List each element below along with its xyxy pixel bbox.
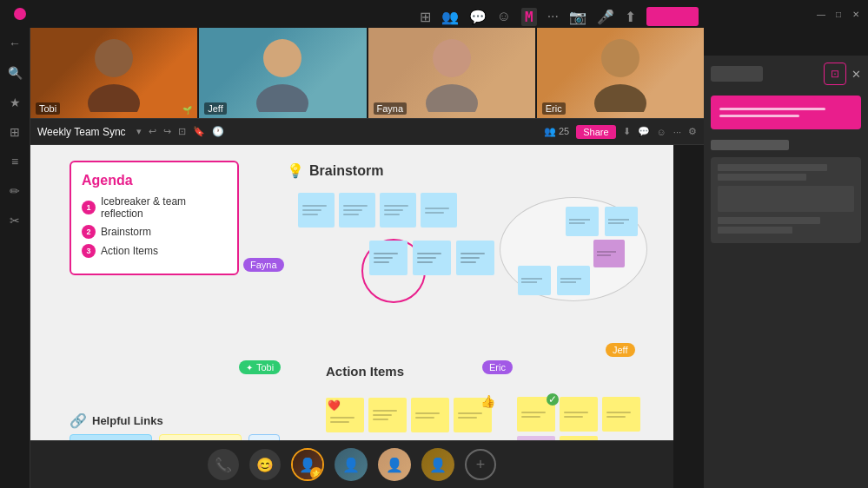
cursor-jeff: Jeff	[606, 343, 635, 357]
redo-icon[interactable]: ↪	[163, 126, 171, 137]
sidebar-pen-icon[interactable]: ✏	[6, 182, 23, 200]
grid-icon[interactable]: ⊞	[420, 9, 431, 25]
reaction-icon[interactable]: ☺	[497, 9, 511, 24]
panel-text-block	[711, 157, 861, 243]
action-r-1: ✓	[517, 397, 555, 432]
mic-icon[interactable]: 🎤	[597, 9, 614, 25]
action-sticky-4: 👍	[454, 398, 492, 432]
undo-icon[interactable]: ↩	[149, 126, 156, 137]
pink-content-block	[711, 96, 861, 129]
fayna-label: Fayna	[374, 102, 407, 115]
end-button[interactable]	[646, 7, 699, 26]
panel-title-bar	[711, 66, 763, 82]
comment-icon[interactable]: 💬	[638, 126, 650, 137]
action-sticky-1: ❤️	[326, 398, 364, 432]
camera-icon[interactable]: 📷	[569, 9, 586, 25]
reaction-tb-icon[interactable]: ☺	[657, 127, 666, 137]
svg-point-4	[433, 39, 471, 77]
sidebar-star-icon[interactable]: ★	[6, 94, 23, 111]
avatar-3[interactable]: 👤	[378, 448, 411, 481]
helpful-links-label: Helpful Links	[92, 414, 163, 427]
video-tile-eric: Eric	[537, 28, 704, 118]
emoji-button[interactable]: 😊	[249, 449, 281, 480]
add-participant-button[interactable]: +	[465, 449, 496, 480]
video-tile-jeff: Jeff	[199, 28, 368, 118]
eric-label: Eric	[542, 102, 566, 115]
sticky-blue-r2-2	[413, 241, 451, 275]
whiteboard-canvas[interactable]: Agenda 1 Icebreaker & team reflection 2 …	[30, 145, 673, 488]
zoom-logo	[14, 8, 26, 20]
tobi-badge: 🌱	[182, 106, 192, 115]
panel-preview-button[interactable]: ⊡	[824, 63, 846, 85]
whiteboard-toolbar: Weekly Team Sync ▾ ↩ ↪ ⊡ 🔖 🕐 👥 25 Share …	[30, 119, 704, 145]
avatar-1[interactable]: 👤 ⭐	[291, 448, 324, 481]
action-sticky-2	[368, 398, 407, 432]
sticky-blue-1	[298, 193, 335, 228]
sticky-blue-3	[380, 193, 416, 228]
avatar-4[interactable]: 👤	[421, 448, 454, 481]
panel-section-label	[711, 140, 789, 150]
svg-point-1	[88, 84, 140, 112]
agenda-item-3: 3 Action Items	[82, 244, 227, 258]
action-items-header: Action Items	[326, 364, 404, 379]
sidebar-grid-icon[interactable]: ⊞	[6, 123, 23, 141]
agenda-num-1: 1	[82, 201, 96, 214]
mind-map-oval	[500, 197, 647, 301]
brainstorm-label: 💡 Brainstorm	[287, 162, 383, 179]
more-tb-icon[interactable]: ···	[673, 127, 681, 137]
bookmark-icon[interactable]: 🔖	[193, 126, 205, 137]
video-grid: Tobi 🌱 Jeff Fay	[30, 28, 704, 119]
cursor-eric: Eric	[482, 360, 513, 374]
agenda-box: Agenda 1 Icebreaker & team reflection 2 …	[70, 161, 239, 275]
participant-count: 👥 25	[544, 126, 569, 137]
phone-button[interactable]: 📞	[208, 449, 239, 480]
action-sticky-3	[411, 398, 449, 432]
cursor-fayna: Fayna	[243, 258, 284, 272]
m-icon[interactable]: M	[521, 8, 537, 26]
sidebar-back-icon[interactable]: ←	[6, 35, 23, 52]
copy-icon[interactable]: ⊡	[178, 126, 186, 137]
sticky-highlighted	[369, 241, 407, 275]
panel-close-button[interactable]: ✕	[851, 68, 861, 81]
settings-icon[interactable]: ⚙	[688, 126, 697, 137]
pink-line-2	[719, 115, 799, 117]
top-icons: ⊞ 👥 💬 ☺ M ··· 📷 🎤 ⬆	[420, 7, 699, 26]
helpful-links-icon: 🔗	[70, 412, 87, 429]
close-button[interactable]: ✕	[851, 9, 861, 19]
clock-icon[interactable]: 🕐	[212, 126, 224, 137]
sidebar-search-icon[interactable]: 🔍	[6, 64, 23, 82]
sidebar-menu-icon[interactable]: ≡	[6, 153, 23, 170]
dropdown-icon[interactable]: ▾	[136, 126, 142, 137]
helpful-links-header: 🔗 Helpful Links	[70, 412, 163, 429]
sticky-blue-2	[339, 193, 375, 228]
download-icon[interactable]: ⬇	[623, 126, 631, 137]
participants-icon[interactable]: 👥	[441, 9, 459, 25]
right-panel: ⊡ ✕ ↗	[704, 56, 868, 488]
brainstorm-row1	[298, 193, 457, 228]
svg-point-6	[601, 39, 639, 77]
chat-icon[interactable]: 💬	[469, 9, 487, 25]
avatar-2[interactable]: 👤	[335, 448, 368, 481]
window-controls[interactable]: — □ ✕	[816, 9, 861, 19]
bottom-toolbar: 📞 😊 👤 ⭐ 👤 👤	[30, 440, 673, 488]
svg-point-0	[95, 39, 133, 77]
agenda-num-3: 3	[82, 244, 96, 258]
video-tile-fayna: Fayna	[368, 28, 537, 118]
action-r-2	[560, 397, 598, 432]
brainstorm-icon: 💡	[287, 162, 304, 179]
agenda-num-2: 2	[82, 225, 96, 239]
agenda-item-2: 2 Brainstorm	[82, 225, 227, 239]
action-items-label: Action Items	[326, 364, 404, 379]
sidebar-cut-icon[interactable]: ✂	[6, 212, 23, 229]
minimize-button[interactable]: —	[816, 9, 826, 19]
more-icon[interactable]: ···	[547, 9, 559, 24]
share-screen-icon[interactable]: ⬆	[625, 9, 636, 25]
tobi-label: Tobi	[36, 102, 60, 115]
meeting-name: Weekly Team Sync	[37, 126, 126, 138]
share-button[interactable]: Share	[576, 125, 615, 139]
sticky-blue-r2-3	[456, 241, 494, 275]
svg-point-2	[263, 39, 301, 77]
panel-header: ⊡ ✕	[711, 63, 861, 85]
action-r-3	[602, 397, 640, 432]
maximize-button[interactable]: □	[833, 9, 844, 19]
